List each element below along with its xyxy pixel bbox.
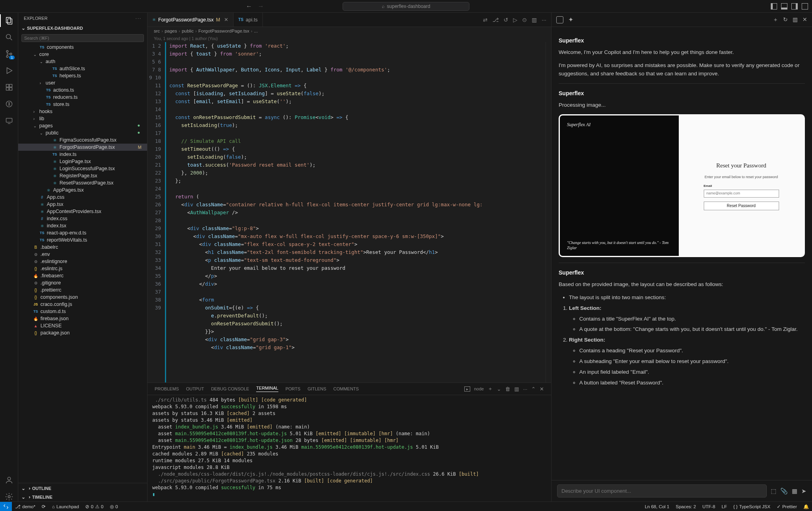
folder-item[interactable]: ›lib xyxy=(18,115,147,122)
file-item[interactable]: ⚛AppContextProviders.tsx xyxy=(18,208,147,215)
status-bell-icon[interactable]: 🔔 xyxy=(800,504,812,509)
file-item[interactable]: ⚙.eslintignore xyxy=(18,258,147,265)
nav-back-icon[interactable]: ← xyxy=(246,3,252,10)
panel-tab[interactable]: TERMINAL xyxy=(256,386,278,392)
file-item[interactable]: ⚛FigmaSuccessfulPage.tsx xyxy=(18,136,147,144)
folder-item[interactable]: ⌄core xyxy=(18,51,147,58)
explorer-search-input[interactable] xyxy=(21,34,144,42)
status-branch[interactable]: ⎇ demo* xyxy=(12,504,38,509)
file-item[interactable]: ⚛index.tsx xyxy=(18,222,147,229)
timeline-section[interactable]: ⌄TIMELINE xyxy=(18,493,147,501)
play-circle-icon[interactable]: ⊙ xyxy=(522,17,527,23)
file-item[interactable]: ⚛ResetPasswordPage.tsx xyxy=(18,179,147,186)
run-icon[interactable]: ▷ xyxy=(513,17,517,23)
terminal-split-icon[interactable]: ▥ xyxy=(514,386,519,392)
file-item[interactable]: ⚙.gitignore xyxy=(18,279,147,286)
status-lncol[interactable]: Ln 68, Col 1 xyxy=(642,504,672,509)
file-item[interactable]: TSreact-app-env.d.ts xyxy=(18,229,147,236)
file-item[interactable]: ⚛App.tsx xyxy=(18,201,147,208)
file-item[interactable]: 🔥firebase.json xyxy=(18,315,147,322)
file-item[interactable]: TSauthSlice.ts xyxy=(18,65,147,72)
outline-section[interactable]: ⌄OUTLINE xyxy=(18,483,147,493)
send-icon[interactable]: ➤ xyxy=(801,488,806,495)
file-item[interactable]: TSstore.ts xyxy=(18,101,147,108)
file-item[interactable]: ▲LICENSE xyxy=(18,322,147,329)
file-item[interactable]: #index.css xyxy=(18,215,147,222)
file-item[interactable]: JScraco.config.js xyxy=(18,301,147,308)
layout-customize-icon[interactable] xyxy=(802,3,808,10)
panel-tab[interactable]: GITLENS xyxy=(308,386,326,391)
file-item[interactable]: TScomponents xyxy=(18,44,147,51)
layout-panel-icon[interactable]: ▥ xyxy=(793,16,798,23)
file-item[interactable]: {}.eslintrc.js xyxy=(18,265,147,272)
close-panel-icon[interactable]: ✕ xyxy=(802,16,807,23)
status-encoding[interactable]: UTF-8 xyxy=(699,504,718,509)
status-eol[interactable]: LF xyxy=(718,504,730,509)
folder-item[interactable]: ›hooks xyxy=(18,108,147,115)
file-item[interactable]: ⚛LoginSuccessfulPage.tsx xyxy=(18,165,147,172)
terminal-dropdown-icon[interactable]: ⌄ xyxy=(497,386,501,392)
layout-panel-icon[interactable] xyxy=(781,3,787,10)
file-item[interactable]: 🔥.firebaserc xyxy=(18,272,147,279)
breadcrumb[interactable]: src›pages›public›ForgotPasswordPage.tsx›… xyxy=(147,27,551,35)
activity-settings[interactable] xyxy=(4,492,14,501)
more-icon[interactable]: ··· xyxy=(542,17,546,23)
file-item[interactable]: #App.css xyxy=(18,194,147,201)
split-icon[interactable]: ▥ xyxy=(532,17,537,23)
panel-tab[interactable]: COMMENTS xyxy=(333,386,359,391)
activity-search[interactable] xyxy=(4,33,14,42)
image-icon[interactable]: ▦ xyxy=(792,488,797,495)
file-item[interactable]: ⚛RegisterPage.tsx xyxy=(18,172,147,179)
panel-tab[interactable]: OUTPUT xyxy=(186,386,204,391)
file-item[interactable]: {}.prettierrc xyxy=(18,286,147,294)
status-sync[interactable]: ⟳ xyxy=(38,504,49,509)
activity-extensions[interactable] xyxy=(4,83,14,92)
panel-tab[interactable]: DEBUG CONSOLE xyxy=(211,386,249,391)
file-item[interactable]: ⚛LoginPage.tsx xyxy=(18,158,147,165)
code-editor[interactable]: import React, { useState } from 'react';… xyxy=(166,42,546,382)
file-item[interactable]: TSindex.ts xyxy=(18,151,147,158)
new-chat-icon[interactable]: ＋ xyxy=(773,16,778,23)
copilot-input[interactable] xyxy=(557,484,767,498)
explorer-more-icon[interactable]: ··· xyxy=(136,16,142,21)
git-icon[interactable]: ⎇ xyxy=(492,17,499,23)
terminal-trash-icon[interactable]: 🗑 xyxy=(505,386,510,392)
terminal-launcher-icon[interactable]: ▸ xyxy=(464,386,470,392)
activity-explorer[interactable] xyxy=(4,16,14,25)
tab-close-icon[interactable]: ✕ xyxy=(224,17,228,23)
file-item[interactable]: {}package.json xyxy=(18,329,147,336)
file-item[interactable]: B.babelrc xyxy=(18,244,147,251)
editor-tab[interactable]: ⚛ForgotPasswordPage.tsxM✕ xyxy=(147,13,234,27)
remote-indicator[interactable] xyxy=(0,502,12,511)
activity-accounts[interactable] xyxy=(4,475,14,485)
terminal-add-icon[interactable]: ＋ xyxy=(488,385,493,392)
editor-tab[interactable]: TSapi.ts xyxy=(234,13,263,27)
file-item[interactable]: ⚛ForgotPasswordPage.tsxM xyxy=(18,144,147,151)
project-section[interactable]: SUPERFLEX-DASHBOARD xyxy=(18,24,147,33)
status-launchpad[interactable]: ⌂ Launchpad xyxy=(49,504,82,509)
activity-run-debug[interactable] xyxy=(4,66,14,75)
activity-remote[interactable] xyxy=(4,116,14,125)
file-item[interactable]: TShelpers.ts xyxy=(18,72,147,79)
compare-icon[interactable]: ⇄ xyxy=(483,17,488,23)
file-item[interactable]: ⚛AppPages.tsx xyxy=(18,186,147,194)
status-ports[interactable]: ◎ 0 xyxy=(107,504,121,509)
nav-forward-icon[interactable]: → xyxy=(258,3,264,10)
file-item[interactable]: {}components.json xyxy=(18,294,147,301)
folder-item[interactable]: ⌄public• xyxy=(18,129,147,136)
figma-icon[interactable]: ⬚ xyxy=(771,488,776,495)
terminal-output[interactable]: ./src/lib/utils.ts 484 bytes [built] [co… xyxy=(147,395,551,501)
attach-icon[interactable]: 📎 xyxy=(780,488,788,495)
file-item[interactable]: TSactions.ts xyxy=(18,86,147,94)
panel-tab[interactable]: PROBLEMS xyxy=(155,386,179,391)
file-item[interactable]: ⚙.env xyxy=(18,251,147,258)
panel-tab[interactable]: PORTS xyxy=(285,386,301,391)
file-item[interactable]: TSreportWebVitals.ts xyxy=(18,236,147,244)
status-spaces[interactable]: Spaces: 2 xyxy=(672,504,699,509)
command-center[interactable]: ⌕ superflex-dashboard xyxy=(343,2,469,11)
file-item[interactable]: TSreducers.ts xyxy=(18,94,147,101)
panel-maximize-icon[interactable]: ⌃ xyxy=(531,386,536,392)
terminal-more-icon[interactable]: ··· xyxy=(523,386,527,392)
layout-secondary-icon[interactable] xyxy=(791,3,798,10)
folder-item[interactable]: ›user xyxy=(18,79,147,86)
